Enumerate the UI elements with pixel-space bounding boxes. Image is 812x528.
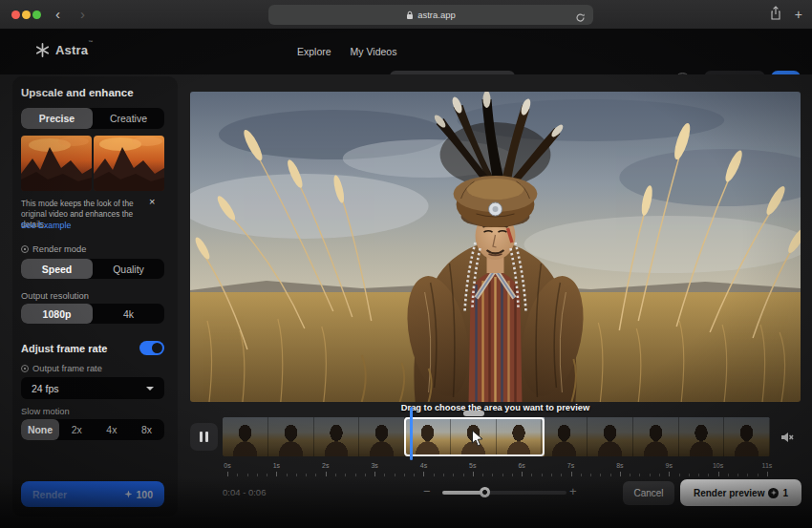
nav-my-videos[interactable]: My Videos [351, 46, 397, 57]
ruler-tick [531, 474, 532, 476]
ruler-tick [227, 472, 228, 476]
slow-motion-2x[interactable]: 2x [59, 419, 95, 440]
ruler-tick-label: 1s [273, 462, 280, 469]
ruler-tick [404, 474, 405, 476]
adjust-frame-rate-toggle[interactable] [139, 341, 164, 355]
render-cost: 100 [124, 489, 153, 500]
top-nav: Explore My Videos [297, 46, 396, 57]
slow-motion-8x[interactable]: 8x [129, 419, 164, 440]
chevron-down-icon [146, 387, 154, 391]
ruler-tick [600, 474, 601, 476]
sidebar-title: Upscale and enhance [21, 87, 134, 98]
ruler-tick-label: 3s [371, 462, 377, 469]
url-text: astra.app [417, 10, 456, 20]
share-icon[interactable] [770, 6, 781, 24]
nav-explore[interactable]: Explore [297, 46, 331, 57]
ruler-tick-label: 7s [567, 462, 574, 469]
toggle-knob [152, 343, 162, 353]
ruler-tick [374, 472, 375, 476]
ruler-tick [630, 474, 630, 476]
ruler-tick [747, 474, 748, 476]
astra-star-icon [35, 43, 50, 57]
adjust-frame-rate-label: Adjust frame rate [21, 343, 107, 354]
filmstrip-dim-left [223, 417, 406, 456]
pause-button[interactable] [190, 423, 218, 451]
render-preview-button[interactable]: Render preview 1 [680, 479, 801, 506]
mute-button[interactable] [774, 424, 801, 451]
tab-quality[interactable]: Quality [93, 259, 164, 279]
close-icon[interactable]: × [149, 197, 155, 206]
tab-1080p[interactable]: 1080p [21, 304, 93, 324]
browser-back-button[interactable]: ‹ [55, 5, 60, 24]
tab-4k[interactable]: 4k [93, 304, 164, 324]
cancel-button[interactable]: Cancel [623, 481, 674, 505]
slow-motion-segmented-control: None 2x 4x 8x [21, 419, 164, 440]
timeline-zoom-slider[interactable] [442, 491, 566, 495]
ruler-tick [551, 474, 552, 476]
ruler-tick [758, 474, 759, 476]
ruler-tick [395, 474, 395, 476]
mouse-cursor [471, 430, 483, 451]
address-bar[interactable]: astra.app [268, 5, 593, 25]
ruler-tick [326, 472, 327, 476]
slider-knob[interactable] [480, 487, 490, 497]
ruler-tick [365, 474, 366, 476]
ruler-tick [522, 472, 523, 476]
tab-precise[interactable]: Precise [21, 108, 93, 129]
render-preview-label: Render preview [694, 488, 764, 498]
ruler-tick [434, 474, 435, 476]
lock-icon [406, 11, 414, 20]
ruler-tick [737, 474, 738, 476]
ruler-tick [639, 474, 640, 476]
mode-example-comparison [21, 136, 164, 191]
ruler-tick [473, 472, 474, 476]
slow-motion-none[interactable]: None [21, 419, 59, 440]
ruler-tick [414, 474, 415, 476]
astra-logo[interactable]: Astra™ [35, 43, 93, 57]
speaker-muted-icon [780, 430, 795, 445]
ruler-tick [698, 474, 699, 476]
ruler-tick [335, 474, 336, 476]
preview-hint: Drag to choose the area you want to prev… [190, 403, 801, 412]
ruler-tick-label: 10s [713, 462, 723, 469]
resolution-segmented-control: 1080p 4k [21, 304, 164, 324]
playhead[interactable] [410, 407, 413, 460]
ruler-tick-label: 6s [518, 462, 524, 469]
zoom-out-button[interactable]: − [423, 483, 431, 500]
render-mode-segmented-control: Speed Quality [21, 259, 164, 279]
browser-forward-button[interactable]: › [80, 5, 85, 24]
refresh-icon[interactable] [575, 10, 586, 27]
slow-motion-label: Slow motion [21, 407, 70, 416]
frame-rate-dropdown[interactable]: 24 fps [21, 377, 164, 399]
settings-sidebar: Upscale and enhance Precise Creative [12, 76, 178, 517]
ruler-tick [659, 474, 660, 476]
render-button[interactable]: Render 100 [21, 481, 164, 507]
ruler-tick [728, 474, 729, 476]
zoom-window-button[interactable] [32, 11, 41, 19]
slow-motion-4x[interactable]: 4x [95, 419, 130, 440]
ruler-tick [306, 474, 307, 476]
example-image-before [21, 136, 92, 191]
zoom-in-button[interactable]: + [569, 483, 577, 500]
minimize-window-button[interactable] [22, 11, 31, 19]
ruler-tick [443, 474, 444, 476]
credit-coin-icon [768, 488, 779, 498]
tab-speed[interactable]: Speed [21, 259, 93, 279]
timeline-filmstrip[interactable] [223, 417, 770, 456]
ruler-tick [512, 474, 513, 476]
timeline-ruler: 0s1s2s3s4s5s6s7s8s9s10s11s [223, 462, 770, 479]
tab-creative[interactable]: Creative [93, 108, 164, 129]
new-tab-button[interactable]: + [795, 5, 802, 24]
ruler-tick-label: 2s [322, 462, 329, 469]
info-icon [21, 365, 29, 372]
output-frame-rate-label: Output frame rate [21, 364, 102, 373]
render-mode-label: Render mode [21, 244, 86, 254]
video-preview[interactable] [190, 92, 801, 402]
ruler-tick [276, 472, 277, 476]
mode-segmented-control: Precise Creative [21, 108, 164, 129]
ruler-tick [287, 474, 288, 476]
ruler-tick [620, 472, 621, 476]
close-window-button[interactable] [11, 11, 20, 19]
selection-drag-handle[interactable] [463, 411, 484, 416]
see-example-link[interactable]: See Example [21, 221, 71, 230]
